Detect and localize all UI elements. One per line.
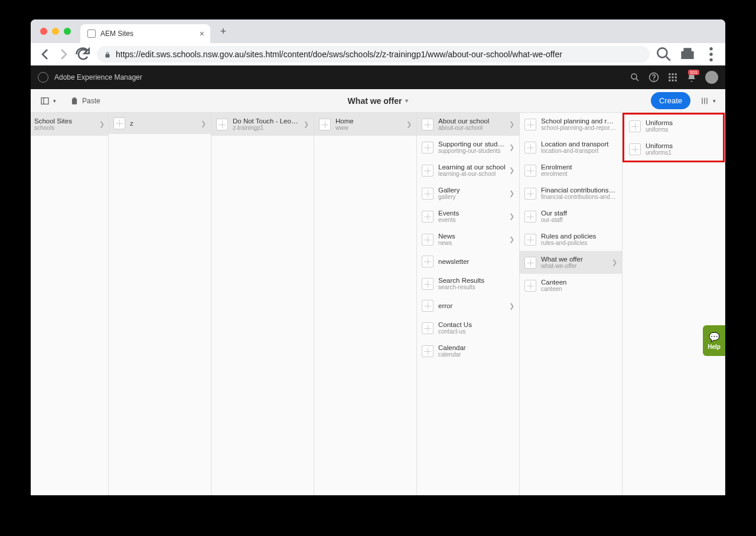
svg-rect-7 (669, 73, 670, 75)
menu-icon[interactable] (702, 45, 721, 64)
column-item[interactable]: About our schoolabout-our-school❯ (417, 113, 519, 136)
page-icon (319, 119, 331, 130)
reload-button[interactable] (73, 45, 92, 64)
page-icon (113, 117, 125, 129)
help-fab[interactable]: 💬 Help (703, 325, 725, 356)
column-item[interactable]: Homewww❯ (314, 113, 416, 136)
item-title: Learning at our school (438, 164, 507, 171)
column-item[interactable]: Gallerygallery❯ (417, 182, 519, 205)
chevron-right-icon: ❯ (507, 189, 514, 197)
close-tab-icon[interactable]: × (200, 29, 204, 38)
avatar[interactable] (705, 71, 718, 84)
column-item[interactable]: newsletter (417, 251, 519, 272)
item-title: Supporting our students (438, 140, 507, 148)
page-icon (524, 119, 536, 130)
search-icon[interactable] (630, 72, 640, 83)
column-item[interactable]: Supporting our studentssupporting-our-st… (417, 136, 519, 159)
page-icon (422, 322, 434, 334)
column-item[interactable]: Eventsevents❯ (417, 205, 519, 228)
column-item[interactable]: What we offerwhat-we-offer❯ (520, 251, 622, 274)
browser-tab[interactable]: AEM Sites × (80, 24, 210, 43)
browser-tabbar: AEM Sites × + (31, 19, 725, 43)
column: Do Not Touch - Leon - ...z-trainingp1❯ (211, 113, 314, 495)
column-item[interactable]: Search Resultssearch-results (417, 272, 519, 295)
forward-button[interactable] (54, 45, 73, 64)
paste-button[interactable]: Paste (66, 93, 105, 109)
chevron-right-icon: ❯ (507, 120, 514, 128)
page-icon (524, 211, 536, 223)
new-tab-button[interactable]: + (215, 23, 232, 40)
page-icon (524, 142, 536, 153)
column-item[interactable]: Rules and policiesrules-and-policies (520, 228, 622, 251)
item-path: location-and-transport (541, 148, 617, 154)
item-path: calendar (438, 351, 514, 358)
item-path: financial-contributions-and-as... (541, 194, 617, 200)
chat-icon: 💬 (709, 332, 720, 342)
column-item[interactable]: Uniformsuniforms (624, 115, 723, 138)
column-item[interactable]: Financial contributions and as...financi… (520, 182, 622, 205)
page-icon (422, 300, 434, 312)
bell-icon[interactable]: 101 (686, 72, 697, 83)
item-path: events (438, 217, 507, 223)
chevron-right-icon: ❯ (507, 236, 514, 243)
notification-badge: 101 (688, 70, 699, 75)
item-path: what-we-offer (541, 263, 610, 269)
column-item[interactable]: error❯ (417, 295, 519, 316)
view-switcher-button[interactable]: ▾ (695, 93, 721, 109)
url-text: https://edit.sws.schools.nsw.gov.au/site… (116, 50, 562, 59)
item-title: Calendar (438, 344, 514, 351)
page-icon (629, 143, 641, 155)
zoom-icon[interactable] (654, 45, 673, 64)
help-icon[interactable] (649, 72, 659, 83)
chevron-right-icon: ❯ (404, 120, 412, 128)
item-title: z (130, 120, 198, 127)
column-item[interactable]: Our staffour-staff (520, 205, 622, 228)
svg-rect-15 (675, 80, 677, 81)
apps-icon[interactable] (667, 72, 678, 83)
rail-toggle-button[interactable]: ▾ (35, 93, 61, 109)
svg-rect-9 (675, 73, 677, 75)
item-title: Gallery (438, 187, 507, 194)
chevron-right-icon: ❯ (507, 143, 514, 151)
window-controls (35, 28, 76, 35)
item-title: School Sites (34, 117, 97, 125)
minimize-window-button[interactable] (52, 28, 59, 35)
close-window-button[interactable] (40, 28, 47, 35)
page-icon (524, 234, 536, 246)
column-item[interactable]: School Sitesschools❯ (31, 113, 108, 136)
page-icon (524, 165, 536, 177)
chevron-down-icon: ▾ (405, 97, 408, 104)
svg-rect-10 (669, 77, 670, 79)
item-title: News (438, 233, 507, 240)
breadcrumb[interactable]: What we offer ▾ (348, 96, 409, 106)
item-path: our-staff (541, 217, 617, 223)
page-icon (422, 256, 434, 267)
extension-icon[interactable] (678, 45, 697, 64)
column-item[interactable]: Do Not Touch - Leon - ...z-trainingp1❯ (211, 113, 314, 136)
address-bar[interactable]: https://edit.sws.schools.nsw.gov.au/site… (97, 46, 650, 63)
item-title: About our school (438, 117, 507, 125)
column-item[interactable]: Contact Uscontact-us (417, 316, 519, 339)
item-path: enrolment (541, 171, 617, 177)
page-icon (524, 257, 536, 269)
create-button[interactable]: Create (651, 92, 690, 109)
item-path: schools (34, 125, 97, 131)
aem-logo-icon[interactable] (38, 72, 48, 83)
column: About our schoolabout-our-school❯Support… (417, 113, 520, 495)
maximize-window-button[interactable] (64, 28, 71, 35)
column-item[interactable]: Uniformsuniforms1 (624, 138, 723, 161)
column-item[interactable]: Location and transportlocation-and-trans… (520, 136, 622, 159)
column-item[interactable]: Canteencanteen (520, 274, 622, 297)
column-item[interactable]: Learning at our schoollearning-at-our-sc… (417, 159, 519, 182)
column-item[interactable]: z❯ (109, 113, 211, 134)
column-item[interactable]: Enrolmentenrolment (520, 159, 622, 182)
column-item[interactable]: Calendarcalendar (417, 339, 519, 362)
page-icon (422, 188, 434, 200)
column-item[interactable]: Newsnews❯ (417, 228, 519, 251)
column-item[interactable]: School planning and reportingschool-plan… (520, 113, 622, 136)
chevron-right-icon: ❯ (507, 166, 514, 174)
aem-brand-text: Adobe Experience Manager (54, 73, 142, 81)
page-icon (422, 165, 434, 177)
back-button[interactable] (35, 45, 54, 64)
item-title: newsletter (438, 258, 514, 265)
